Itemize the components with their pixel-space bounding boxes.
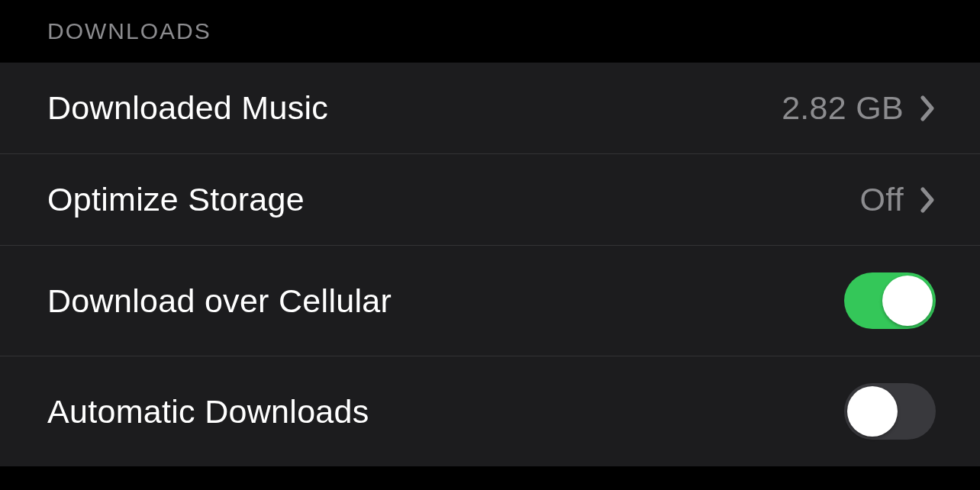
settings-group-downloads: Downloaded Music 2.82 GB Optimize Storag… — [0, 63, 980, 466]
row-right-automatic-downloads — [844, 383, 936, 440]
row-right-download-cellular — [844, 272, 936, 329]
toggle-download-cellular[interactable] — [844, 272, 936, 329]
section-header-downloads: DOWNLOADS — [0, 0, 980, 63]
row-label-optimize-storage: Optimize Storage — [47, 181, 305, 218]
chevron-right-icon — [920, 95, 936, 121]
row-optimize-storage[interactable]: Optimize Storage Off — [0, 154, 980, 246]
toggle-knob — [882, 276, 933, 326]
row-downloaded-music[interactable]: Downloaded Music 2.82 GB — [0, 63, 980, 154]
row-label-downloaded-music: Downloaded Music — [47, 89, 328, 127]
row-value-optimize-storage: Off — [860, 181, 904, 218]
row-right-optimize-storage: Off — [860, 181, 936, 218]
row-value-downloaded-music: 2.82 GB — [782, 89, 904, 127]
toggle-automatic-downloads[interactable] — [844, 383, 936, 440]
row-right-downloaded-music: 2.82 GB — [782, 89, 936, 127]
section-header-text: DOWNLOADS — [47, 18, 211, 44]
chevron-right-icon — [920, 187, 936, 213]
toggle-knob — [847, 386, 898, 437]
row-automatic-downloads[interactable]: Automatic Downloads — [0, 356, 980, 466]
row-download-cellular[interactable]: Download over Cellular — [0, 246, 980, 356]
row-label-automatic-downloads: Automatic Downloads — [47, 393, 369, 430]
row-label-download-cellular: Download over Cellular — [47, 282, 392, 320]
